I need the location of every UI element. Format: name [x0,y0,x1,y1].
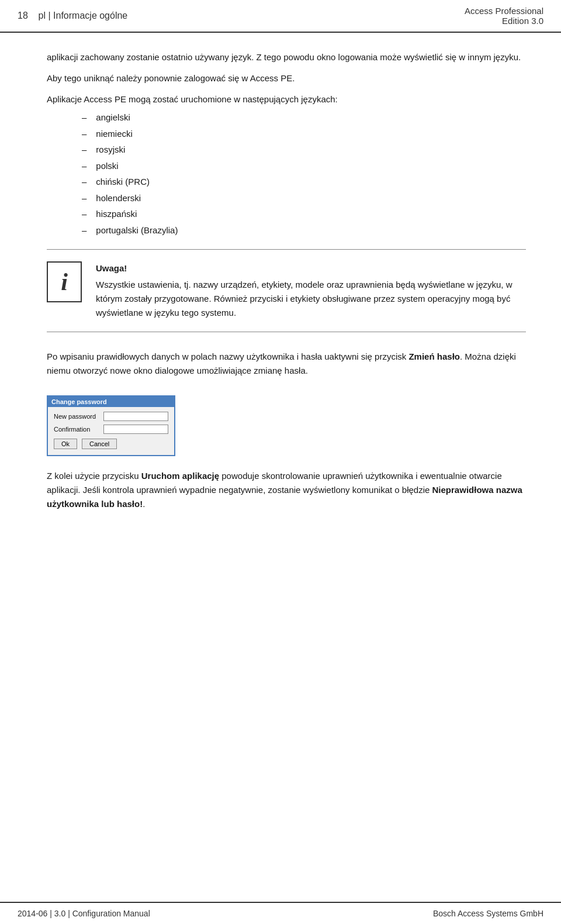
paragraph-1: aplikacji zachowany zostanie ostatnio uż… [47,50,526,64]
new-password-input[interactable] [103,412,168,421]
footer-left: 2014-06 | 3.0 | Configuration Manual [18,909,150,918]
main-content: aplikacji zachowany zostanie ostatnio uż… [0,33,561,536]
product-name: Access Professional [465,6,543,16]
list-item: chiński (PRC) [82,174,526,189]
info-note-box: i Uwaga! Wszystkie ustawienia, tj. nazwy… [47,249,526,332]
note-content: Uwaga! Wszystkie ustawienia, tj. nazwy u… [96,261,526,320]
note-title: Uwaga! [96,261,526,275]
confirmation-input[interactable] [103,425,168,434]
list-item: rosyjski [82,142,526,157]
note-body: Wszystkie ustawienia, tj. nazwy urządzeń… [96,278,526,320]
footer-right: Bosch Access Systems GmbH [433,909,543,918]
page-header: 18 pl | Informacje ogólne Access Profess… [0,0,561,33]
dialog-row-confirmation: Confirmation [54,425,168,434]
new-password-label: New password [54,413,103,420]
section-label: pl | Informacje ogólne [39,11,128,20]
page-number: 18 [18,11,28,20]
lang-intro: Aplikacje Access PE mogą zostać uruchomi… [47,92,526,106]
paragraph-4: Z kolei użycie przycisku Uruchom aplikac… [47,469,526,511]
dialog-window: Change password New password Confirmatio… [47,395,175,456]
list-item: holenderski [82,191,526,206]
header-section-label: 18 pl | Informacje ogólne [18,11,127,21]
edition-label: Edition 3.0 [465,16,543,26]
header-product: Access Professional Edition 3.0 [465,6,543,26]
list-item: angielski [82,110,526,125]
list-item: polski [82,158,526,174]
dialog-row-new-password: New password [54,412,168,421]
language-list: angielski niemiecki rosyjski polski chiń… [82,110,526,237]
paragraph-2: Aby tego uniknąć należy ponownie zalogow… [47,71,526,85]
list-item: hiszpański [82,206,526,222]
dialog-body: New password Confirmation Ok Cancel [48,407,174,455]
ok-button[interactable]: Ok [54,439,77,449]
para4-end: . [143,499,145,509]
para3-text1: Po wpisaniu prawidłowych danych w polach… [47,351,408,361]
dialog-titlebar: Change password [48,397,174,407]
paragraph-3: Po wpisaniu prawidłowych danych w polach… [47,350,526,378]
list-item: niemiecki [82,126,526,142]
list-item: portugalski (Brazylia) [82,223,526,238]
uruchom-aplikacje-label: Uruchom aplikację [141,471,219,481]
zmien-haslo-label: Zmień hasło [408,351,460,361]
para4-text1: Z kolei użycie przycisku [47,471,141,481]
dialog-buttons: Ok Cancel [54,439,168,449]
change-password-dialog: Change password New password Confirmatio… [47,395,175,456]
confirmation-label: Confirmation [54,426,103,433]
info-icon: i [47,261,82,302]
page-footer: 2014-06 | 3.0 | Configuration Manual Bos… [0,902,561,924]
cancel-button[interactable]: Cancel [82,439,117,449]
